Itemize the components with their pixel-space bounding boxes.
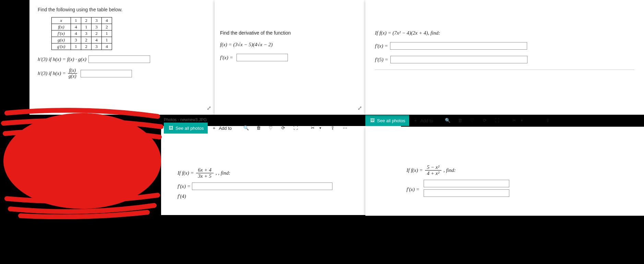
- trash-icon: 🗑: [457, 118, 463, 123]
- see-all-label: See all photos: [377, 118, 405, 123]
- prompt-post: , find:: [443, 167, 456, 173]
- cell: 1: [102, 37, 112, 43]
- image-icon: 🖼: [168, 125, 173, 131]
- label-fprime-x: f'(x) =: [406, 187, 420, 192]
- cell: 2: [81, 17, 92, 24]
- fraction-denominator: 4 + x²: [425, 171, 441, 176]
- answer-2-input[interactable]: [81, 70, 132, 77]
- expand-icon[interactable]: ⤢: [357, 105, 362, 111]
- heart-icon: ♡: [470, 118, 475, 123]
- prompt-pre: If f(x) =: [178, 170, 194, 176]
- fraction: 6x + 4 3x + 5: [196, 167, 214, 179]
- fraction-numerator: 5 − x²: [425, 164, 441, 171]
- fprime-input-1[interactable]: [424, 180, 509, 187]
- more-button[interactable]: ⋯: [339, 123, 351, 133]
- rotate-button[interactable]: ⟳: [277, 123, 289, 133]
- cell: 4: [102, 17, 112, 24]
- rotate-icon: ⟳: [482, 118, 487, 123]
- cell: 1: [71, 43, 81, 50]
- chevron-down-icon: ▾: [317, 125, 323, 131]
- see-all-photos-button[interactable]: 🖼 See all photos: [164, 123, 208, 134]
- share-icon: ⇪: [545, 118, 550, 123]
- redaction-scribble: [0, 103, 168, 219]
- cell: 1: [71, 17, 81, 24]
- cell: 2: [102, 24, 112, 30]
- cell: 2: [92, 30, 102, 37]
- cell: 1: [102, 30, 112, 37]
- plus-icon: ＋: [211, 125, 217, 131]
- label-fprime-x: f'(x) =: [178, 184, 191, 189]
- zoom-button[interactable]: 🔍: [240, 123, 252, 133]
- prompt-text: If f(x) = (7x² − 4)(2x + 4), find:: [375, 30, 634, 36]
- crop-icon: ⛶: [293, 125, 298, 131]
- row-fprime-x: f'(x) =: [178, 183, 394, 190]
- crop-button[interactable]: ⛶: [491, 116, 503, 125]
- fprime-input-2[interactable]: [424, 189, 509, 197]
- question-2: h'(3) if h(x) = f(x) g(x): [38, 68, 206, 79]
- zoom-button[interactable]: 🔍: [441, 116, 454, 125]
- question-1-label: h'(3) if h(x) = f(x) · g(x): [38, 56, 86, 62]
- edit-icon: ✂: [511, 118, 517, 123]
- row-label: f'(x): [52, 30, 71, 37]
- fraction-numerator: f(x): [68, 68, 77, 74]
- label-fprime-4: f'(4): [178, 193, 186, 199]
- svg-point-0: [3, 113, 161, 209]
- cell: 4: [71, 24, 81, 30]
- favorite-button[interactable]: ♡: [265, 123, 277, 133]
- add-to-label: Add to: [219, 126, 232, 131]
- edit-button[interactable]: ✂▾: [508, 116, 528, 125]
- answer-row: f'(x) =: [220, 54, 360, 61]
- row-fprime-4: f'(4): [178, 193, 394, 199]
- see-all-photos-button[interactable]: 🖼 See all photos: [365, 115, 409, 126]
- rotate-button[interactable]: ⟳: [478, 116, 491, 125]
- add-to-button[interactable]: ＋ Add to: [208, 123, 235, 133]
- panel-derivative-sqrt: Find the derivative of the function f(x)…: [215, 0, 365, 115]
- fprime-5-input[interactable]: [390, 56, 527, 63]
- fprime-x-input[interactable]: [192, 183, 332, 190]
- share-button[interactable]: ⇪: [326, 123, 339, 133]
- fraction-denominator: 3x + 5: [196, 173, 214, 179]
- cell: 4: [92, 37, 102, 43]
- plus-icon: ＋: [413, 118, 418, 123]
- cell: 3: [92, 24, 102, 30]
- delete-button[interactable]: 🗑: [454, 116, 466, 125]
- row-label: g(x): [52, 37, 71, 43]
- cell: 3: [71, 37, 81, 43]
- share-icon: ⇪: [330, 125, 335, 131]
- add-to-button[interactable]: ＋ Add to: [409, 116, 437, 125]
- zoom-icon: 🔍: [445, 118, 450, 123]
- answer-1-input[interactable]: [88, 55, 150, 63]
- prompt-post: , , find:: [216, 170, 230, 176]
- edit-icon: ✂: [310, 125, 315, 131]
- prompt-text: Find the derivative of the function: [220, 30, 360, 36]
- row-label: g'(x): [52, 43, 71, 50]
- cell: 1: [81, 24, 92, 30]
- delete-button[interactable]: 🗑: [252, 123, 265, 133]
- derivative-input[interactable]: [236, 54, 288, 61]
- row-label: f(x): [52, 24, 71, 30]
- row-fprime-x: f'(x) =: [375, 42, 634, 50]
- zoom-icon: 🔍: [243, 125, 249, 131]
- chevron-down-icon: ▾: [519, 118, 524, 123]
- panel-product-rule: If f(x) = (7x² − 4)(2x + 4), find: f'(x)…: [365, 0, 644, 115]
- trash-icon: 🗑: [256, 125, 261, 131]
- photos-toolbar-middle: Photos - newnew3.JPG 🖼 See all photos ＋ …: [161, 113, 401, 127]
- crop-button[interactable]: ⛶: [289, 123, 302, 133]
- row-fprime-x: f'(x) =: [406, 180, 637, 199]
- edit-button[interactable]: ✂▾: [306, 123, 326, 133]
- expand-icon[interactable]: ⤢: [207, 105, 211, 111]
- prompt-pre: If f(x) =: [406, 167, 423, 173]
- cell: 3: [92, 17, 102, 24]
- divider: [375, 70, 634, 70]
- photos-toolbar-right: 🖼 See all photos ＋ Add to 🔍 🗑 ♡ ⟳ ⛶ ✂▾ ⇪: [365, 114, 574, 127]
- panel-table-problem: Find the following using the table below…: [29, 0, 215, 115]
- prompt-row: If f(x) = 6x + 4 3x + 5 , , find:: [178, 167, 394, 179]
- see-all-label: See all photos: [175, 126, 204, 131]
- window-title: Photos - newnew3.JPG: [161, 117, 207, 122]
- prompt-text: Find the following using the table below…: [38, 7, 206, 12]
- fprime-x-input[interactable]: [390, 42, 527, 50]
- cell: 4: [102, 43, 112, 50]
- share-button[interactable]: ⇪: [542, 116, 554, 125]
- favorite-button[interactable]: ♡: [466, 116, 478, 125]
- function-table: x 1 2 3 4 f(x) 4 1 3 2 f'(x) 4 3 2 1 g(x…: [51, 17, 112, 50]
